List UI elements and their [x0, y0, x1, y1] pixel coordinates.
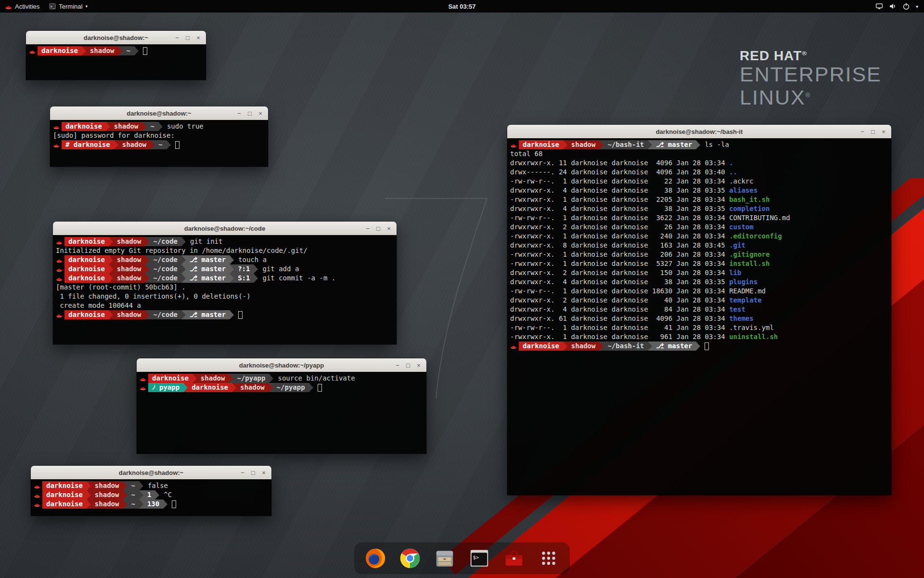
- window-titlebar[interactable]: darknoise@shadow:~/code−□×: [53, 222, 397, 236]
- prompt-segment-user: darknoise: [38, 46, 82, 55]
- file-name: CONTRIBUTING.md: [729, 213, 790, 223]
- prompt-segment-path: ~: [127, 490, 139, 499]
- app-menu-terminal[interactable]: >_ Terminal ▾: [44, 0, 92, 13]
- prompt-segment-host: shadow: [236, 383, 269, 392]
- terminal-window[interactable]: darknoise@shadow:~/pyapp−□×darknoiseshad…: [137, 358, 426, 454]
- powerline-arrow-icon: [145, 237, 149, 246]
- prompt-segment-path: ~: [146, 122, 158, 131]
- terminal-window[interactable]: darknoise@shadow:~−□×darknoiseshadow~: [26, 31, 206, 80]
- system-status-area[interactable]: ▾: [875, 0, 924, 13]
- minimize-button[interactable]: −: [393, 360, 402, 370]
- minimize-button[interactable]: −: [858, 127, 867, 136]
- redhat-prompt-icon: [510, 142, 519, 148]
- dock-terminal-button[interactable]: $>: [467, 546, 492, 571]
- dock-chrome-button[interactable]: [398, 546, 423, 571]
- file-name: .editorconfig: [729, 232, 782, 241]
- terminal-window[interactable]: darknoise@shadow:~/code−□×darknoiseshado…: [53, 222, 397, 344]
- window-titlebar[interactable]: darknoise@shadow:~/pyapp−□×: [137, 358, 426, 372]
- activities-button[interactable]: Activities: [0, 0, 44, 13]
- prompt-segment-path: ~: [127, 499, 139, 509]
- prompt-segment-host: shadow: [113, 255, 145, 264]
- terminal-window[interactable]: darknoise@shadow:~/bash-it−□×darknoisesh…: [507, 125, 891, 495]
- file-name: .git: [729, 241, 745, 250]
- powerline-arrow-icon: [114, 140, 118, 149]
- terminal-body[interactable]: darknoiseshadow~/codegit initInitialized…: [53, 235, 397, 344]
- close-button[interactable]: ×: [414, 360, 424, 370]
- terminal-body[interactable]: darknoiseshadow~sudo true[sudo] password…: [50, 120, 268, 167]
- terminal-body[interactable]: darknoiseshadow~falsedarknoiseshadow~1^C…: [31, 479, 271, 516]
- powerline-arrow-icon: [563, 140, 567, 149]
- powerline-arrow-icon: [87, 490, 91, 499]
- dock-toolbox-button[interactable]: [501, 546, 526, 571]
- prompt-segment-user: # darknoise: [62, 140, 114, 149]
- window-titlebar[interactable]: darknoise@shadow:~−□×: [26, 31, 206, 45]
- terminal-window[interactable]: darknoise@shadow:~−□×darknoiseshadow~fal…: [31, 466, 271, 516]
- close-button[interactable]: ×: [193, 33, 203, 42]
- file-meta: drwxrwxr-x. 11 darknoise darknoise 4096 …: [510, 158, 729, 168]
- powerline-arrow-icon: [155, 490, 159, 499]
- prompt-segment-host: shadow: [110, 122, 142, 131]
- prompt-segment-user: darknoise: [42, 481, 87, 490]
- minimize-button[interactable]: −: [234, 108, 244, 118]
- chrome-icon: [399, 547, 421, 569]
- output-text: [master (root-commit) 50bcb63] .: [56, 283, 186, 292]
- terminal-cursor: [172, 500, 176, 508]
- command-text: false: [148, 481, 168, 490]
- prompt-segment-path: ~: [127, 481, 139, 490]
- terminal-line: [sudo] password for darknoise:: [53, 131, 265, 140]
- terminal-line: drwxrwxr-x. 2 darknoise darknoise 150 Ja…: [510, 268, 888, 277]
- terminal-line: create mode 100644 a: [56, 301, 394, 310]
- file-meta: drwxrwxr-x. 4 darknoise darknoise 38 Jan…: [510, 277, 729, 287]
- close-button[interactable]: ×: [384, 223, 394, 233]
- powerline-arrow-icon: [183, 383, 188, 392]
- redhat-prompt-icon: [56, 239, 64, 245]
- terminal-body[interactable]: darknoiseshadow~/bash-it⎇ masterls -lato…: [507, 138, 891, 495]
- powerline-arrow-icon: [599, 140, 603, 149]
- prompt-segment-exit: 1: [143, 490, 155, 499]
- prompt-segment-host: shadow: [567, 140, 600, 149]
- window-titlebar[interactable]: darknoise@shadow:~/bash-it−□×: [507, 125, 891, 139]
- powerline-arrow-icon: [230, 274, 234, 283]
- terminal-body[interactable]: darknoiseshadow~: [26, 44, 206, 80]
- command-text: git add a: [262, 264, 299, 274]
- maximize-button[interactable]: □: [868, 127, 878, 136]
- window-controls: −□×: [858, 127, 891, 136]
- activities-label: Activities: [15, 3, 39, 10]
- maximize-button[interactable]: □: [373, 223, 383, 233]
- prompt-segment-user: darknoise: [188, 383, 232, 392]
- close-button[interactable]: ×: [879, 127, 888, 136]
- close-button[interactable]: ×: [256, 108, 265, 118]
- prompt-segment-git: ⎇ master: [652, 342, 696, 351]
- prompt-segment-host: shadow: [113, 310, 145, 319]
- minimize-button[interactable]: −: [363, 223, 372, 233]
- prompt-segment-path: ~/code: [149, 310, 181, 319]
- file-meta: -rwxrwxr-x. 1 darknoise darknoise 5327 J…: [510, 259, 729, 268]
- maximize-button[interactable]: □: [183, 33, 192, 42]
- redhat-prompt-icon: [140, 385, 148, 391]
- maximize-button[interactable]: □: [403, 360, 413, 370]
- prompt-segment-git: ⎇ master: [652, 140, 696, 149]
- close-button[interactable]: ×: [259, 468, 269, 477]
- prompt-segment-user: darknoise: [64, 255, 109, 264]
- prompt-segment-path: ~/bash-it: [603, 342, 648, 351]
- window-titlebar[interactable]: darknoise@shadow:~−□×: [50, 106, 268, 120]
- dock-files-button[interactable]: [432, 546, 457, 571]
- window-titlebar[interactable]: darknoise@shadow:~−□×: [31, 466, 271, 480]
- terminal-body[interactable]: darknoiseshadow~/pyappsource bin/activat…: [137, 372, 426, 454]
- prompt-segment-host: shadow: [113, 264, 145, 274]
- dock-firefox-button[interactable]: [363, 546, 388, 571]
- prompt-segment-path: ~/code: [149, 237, 181, 246]
- dock-app-grid-button[interactable]: [536, 546, 561, 571]
- minimize-button[interactable]: −: [172, 33, 182, 42]
- powerline-arrow-icon: [696, 342, 700, 351]
- redhat-prompt-icon: [53, 124, 62, 130]
- maximize-button[interactable]: □: [245, 108, 255, 118]
- clock[interactable]: Sat 03:57: [448, 3, 475, 10]
- terminal-line: darknoiseshadow~sudo true: [53, 122, 265, 131]
- powerline-arrow-icon: [145, 310, 149, 319]
- prompt-segment-user: darknoise: [64, 310, 109, 319]
- chevron-down-icon: ▾: [916, 4, 918, 9]
- minimize-button[interactable]: −: [238, 468, 247, 477]
- maximize-button[interactable]: □: [248, 468, 258, 477]
- terminal-window[interactable]: darknoise@shadow:~−□×darknoiseshadow~sud…: [50, 106, 268, 167]
